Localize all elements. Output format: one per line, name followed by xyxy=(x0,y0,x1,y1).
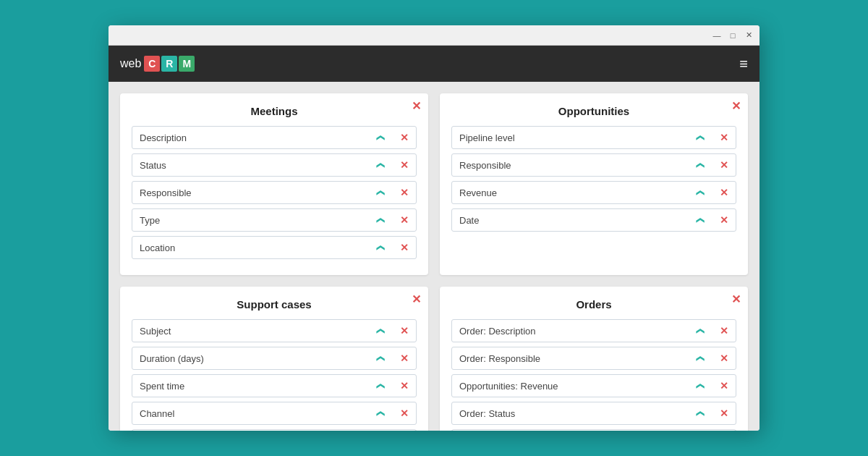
orders-field-description: Order: Description ❮ ✕ xyxy=(451,319,736,342)
orders-close-button[interactable]: ✕ xyxy=(731,294,741,305)
minimize-button[interactable]: — xyxy=(712,30,722,41)
orders-title: Orders xyxy=(451,298,736,311)
duration-chevron-icon[interactable]: ❮ xyxy=(370,347,393,370)
subject-delete-icon[interactable]: ✕ xyxy=(393,319,416,342)
support-cases-close-button[interactable]: ✕ xyxy=(412,294,421,305)
pipeline-delete-icon[interactable]: ✕ xyxy=(712,126,736,149)
field-label: Revenue xyxy=(452,187,689,198)
order-desc-delete-icon[interactable]: ✕ xyxy=(712,319,736,342)
field-label: Responsible xyxy=(452,160,689,171)
status-chevron-icon[interactable]: ❮ xyxy=(370,153,393,177)
app-window: — □ ✕ web C R M ≡ Meetings ✕ Description… xyxy=(109,25,760,431)
orders-field-risk: Order: Risk ❮ ✕ xyxy=(451,429,736,431)
field-label: Date xyxy=(452,215,689,226)
meetings-field-location: Location ❮ ✕ xyxy=(132,236,417,259)
hamburger-menu-button[interactable]: ≡ xyxy=(739,56,748,71)
opp-rev-chevron-icon[interactable]: ❮ xyxy=(689,374,712,397)
opp-rev-delete-icon[interactable]: ✕ xyxy=(712,374,736,397)
opportunities-close-button[interactable]: ✕ xyxy=(731,101,741,112)
field-label: Order: Status xyxy=(452,408,689,419)
logo: web C R M xyxy=(120,56,195,72)
meetings-panel: Meetings ✕ Description ❮ ✕ Status ❮ ✕ Re… xyxy=(120,93,428,275)
opp-responsible-delete-icon[interactable]: ✕ xyxy=(712,153,736,177)
field-label: Pipeline level xyxy=(452,132,689,143)
orders-field-responsible: Order: Responsible ❮ ✕ xyxy=(451,347,736,370)
field-label: Opportunities: Revenue xyxy=(452,381,689,392)
order-status-delete-icon[interactable]: ✕ xyxy=(712,402,736,425)
meetings-field-responsible: Responsible ❮ ✕ xyxy=(132,181,417,204)
meetings-close-button[interactable]: ✕ xyxy=(412,101,421,112)
nav-bar: web C R M ≡ xyxy=(109,46,760,82)
support-field-spent-time: Spent time ❮ ✕ xyxy=(132,374,417,397)
opp-field-revenue: Revenue ❮ ✕ xyxy=(451,181,736,204)
responsible-chevron-icon[interactable]: ❮ xyxy=(370,181,393,204)
orders-field-status: Order: Status ❮ ✕ xyxy=(451,402,736,425)
panels-grid: Meetings ✕ Description ❮ ✕ Status ❮ ✕ Re… xyxy=(120,93,748,431)
support-field-ticket: Ticket ❮ ✕ xyxy=(132,429,417,431)
ticket-chevron-icon[interactable]: ❮ xyxy=(370,429,393,431)
field-label: Channel xyxy=(132,408,370,419)
spent-time-delete-icon[interactable]: ✕ xyxy=(393,374,416,397)
support-cases-panel: Support cases ✕ Subject ❮ ✕ Duration (da… xyxy=(120,287,428,431)
revenue-chevron-icon[interactable]: ❮ xyxy=(689,181,712,204)
type-chevron-icon[interactable]: ❮ xyxy=(370,208,393,232)
date-delete-icon[interactable]: ✕ xyxy=(712,208,736,232)
description-delete-icon[interactable]: ✕ xyxy=(393,126,416,149)
title-bar: — □ ✕ xyxy=(109,25,760,46)
subject-chevron-icon[interactable]: ❮ xyxy=(370,319,393,342)
support-field-subject: Subject ❮ ✕ xyxy=(132,319,417,342)
status-delete-icon[interactable]: ✕ xyxy=(393,153,416,177)
opp-field-date: Date ❮ ✕ xyxy=(451,208,736,232)
description-chevron-icon[interactable]: ❮ xyxy=(370,126,393,149)
main-content: Meetings ✕ Description ❮ ✕ Status ❮ ✕ Re… xyxy=(109,82,760,431)
channel-chevron-icon[interactable]: ❮ xyxy=(370,402,393,425)
logo-r-badge: R xyxy=(161,56,177,72)
logo-c-badge: C xyxy=(144,56,160,72)
order-risk-chevron-icon[interactable]: ❮ xyxy=(689,429,712,431)
support-field-channel: Channel ❮ ✕ xyxy=(132,402,417,425)
field-label: Subject xyxy=(132,326,370,337)
field-label: Order: Responsible xyxy=(452,353,689,364)
meetings-field-type: Type ❮ ✕ xyxy=(132,208,417,232)
field-label: Spent time xyxy=(132,381,370,392)
responsible-delete-icon[interactable]: ✕ xyxy=(393,181,416,204)
opp-field-pipeline: Pipeline level ❮ ✕ xyxy=(451,126,736,149)
order-resp-chevron-icon[interactable]: ❮ xyxy=(689,347,712,370)
opportunities-panel: Opportunities ✕ Pipeline level ❮ ✕ Respo… xyxy=(440,93,748,275)
logo-m-badge: M xyxy=(179,56,195,72)
field-label: Description xyxy=(132,132,370,143)
meetings-field-description: Description ❮ ✕ xyxy=(132,126,417,149)
location-chevron-icon[interactable]: ❮ xyxy=(370,236,393,259)
order-risk-delete-icon[interactable]: ✕ xyxy=(712,429,736,431)
opp-field-responsible: Responsible ❮ ✕ xyxy=(451,153,736,177)
orders-field-opp-revenue: Opportunities: Revenue ❮ ✕ xyxy=(451,374,736,397)
duration-delete-icon[interactable]: ✕ xyxy=(393,347,416,370)
field-label: Type xyxy=(132,215,370,226)
field-label: Order: Description xyxy=(452,326,689,337)
opp-responsible-chevron-icon[interactable]: ❮ xyxy=(689,153,712,177)
type-delete-icon[interactable]: ✕ xyxy=(393,208,416,232)
pipeline-chevron-icon[interactable]: ❮ xyxy=(689,126,712,149)
opportunities-title: Opportunities xyxy=(451,105,736,117)
channel-delete-icon[interactable]: ✕ xyxy=(393,402,416,425)
field-label: Duration (days) xyxy=(132,353,370,364)
date-chevron-icon[interactable]: ❮ xyxy=(689,208,712,232)
meetings-title: Meetings xyxy=(132,105,417,117)
maximize-button[interactable]: □ xyxy=(728,30,738,41)
orders-panel: Orders ✕ Order: Description ❮ ✕ Order: R… xyxy=(440,287,748,431)
field-label: Status xyxy=(132,160,370,171)
field-label: Location xyxy=(132,242,370,253)
order-resp-delete-icon[interactable]: ✕ xyxy=(712,347,736,370)
order-desc-chevron-icon[interactable]: ❮ xyxy=(689,319,712,342)
spent-time-chevron-icon[interactable]: ❮ xyxy=(370,374,393,397)
window-close-button[interactable]: ✕ xyxy=(744,30,754,41)
revenue-delete-icon[interactable]: ✕ xyxy=(712,181,736,204)
ticket-delete-icon[interactable]: ✕ xyxy=(393,429,416,431)
location-delete-icon[interactable]: ✕ xyxy=(393,236,416,259)
meetings-field-status: Status ❮ ✕ xyxy=(132,153,417,177)
support-cases-title: Support cases xyxy=(132,298,417,311)
support-field-duration: Duration (days) ❮ ✕ xyxy=(132,347,417,370)
order-status-chevron-icon[interactable]: ❮ xyxy=(689,402,712,425)
field-label: Responsible xyxy=(132,187,370,198)
logo-text: web xyxy=(120,57,141,70)
